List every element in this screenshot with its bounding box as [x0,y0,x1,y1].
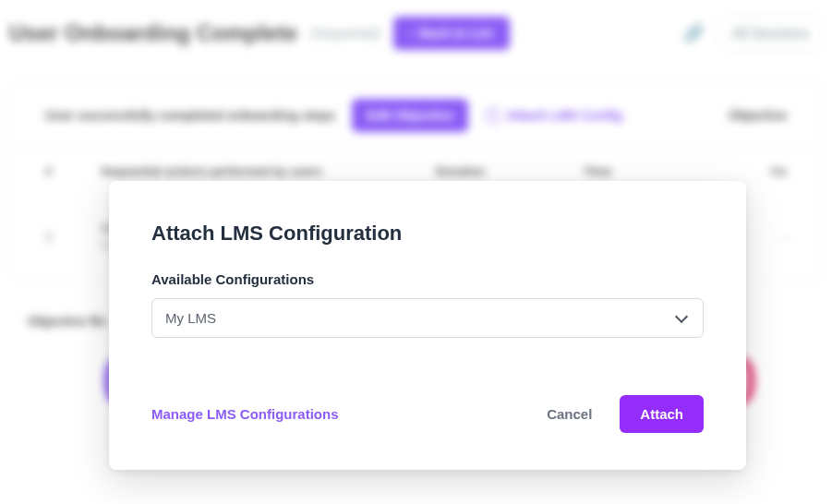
available-configurations-label: Available Configurations [151,271,704,287]
modal-footer: Manage LMS Configurations Cancel Attach [151,395,704,433]
back-to-list-label: Back to List [419,26,492,41]
header-right: 🔗 All Sessions [683,18,823,49]
attach-lms-config-link[interactable]: Attach LMS Config [485,107,622,124]
edit-objective-button[interactable]: Edit Objective [352,99,467,132]
col-time: Time [584,164,694,178]
back-to-list-button[interactable]: ‹ Back to List [393,17,510,50]
col-duration: Duration [436,164,547,178]
col-index: # [45,164,64,178]
attach-lms-modal: Attach LMS Configuration Available Confi… [109,181,746,470]
link-icon[interactable]: 🔗 [683,23,704,43]
configuration-select[interactable]: My LMS [151,298,704,338]
objective-label: Objective [729,108,787,123]
chevron-down-icon [675,309,688,322]
page-title: User Onboarding Complete [9,20,297,46]
sessions-select[interactable]: All Sessions [718,18,823,49]
cancel-button[interactable]: Cancel [547,406,592,422]
col-action: Sequential actions performed by users [101,164,399,178]
modal-title: Attach LMS Configuration [151,222,704,246]
chevron-left-icon: ‹ [410,26,415,41]
configuration-selected-value: My LMS [165,310,216,326]
attach-button[interactable]: Attach [620,395,704,433]
modal-actions: Cancel Attach [547,395,704,433]
manage-lms-configurations-link[interactable]: Manage LMS Configurations [151,406,339,422]
page-subtitle: (Sequential) [310,26,380,41]
objective-description: User successfully completed onboarding s… [45,108,335,123]
row-index: 1 [45,229,64,244]
page-header: User Onboarding Complete (Sequential) ‹ … [9,11,823,66]
col-co: Co [731,164,787,178]
card-header: User successfully completed onboarding s… [10,82,822,150]
